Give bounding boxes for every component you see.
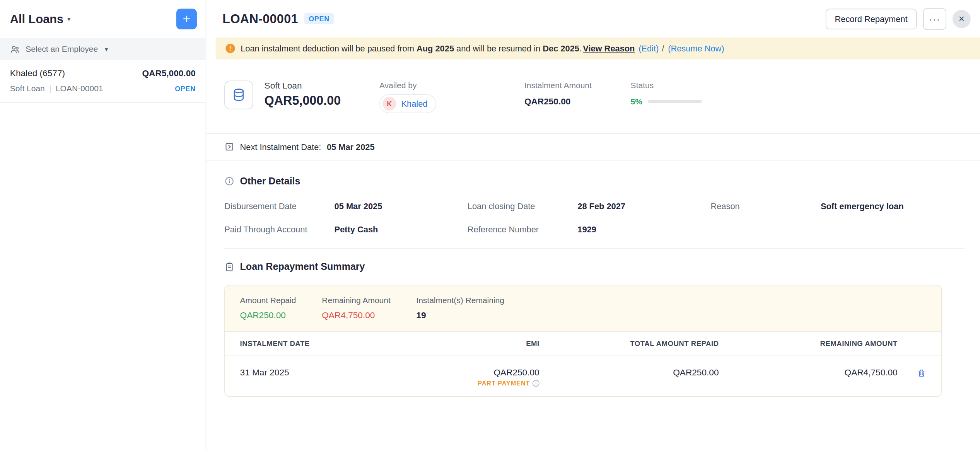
reference-number-label: Reference Number xyxy=(468,225,577,234)
col-total-amount-repaid: TOTAL AMOUNT REPAID xyxy=(540,340,719,347)
add-loan-button[interactable]: + xyxy=(176,9,197,29)
loan-type-column: Soft Loan QAR5,000.00 xyxy=(265,80,379,108)
record-repayment-button[interactable]: Record Repayment xyxy=(825,9,917,29)
row-total-repaid: QAR250.00 xyxy=(540,365,719,377)
availed-by-column: Availed by K Khaled xyxy=(379,80,524,113)
employee-name-link: Khaled xyxy=(401,99,428,108)
loan-item-employee: Khaled (6577) xyxy=(10,68,65,78)
loan-type-icon-box xyxy=(224,80,253,109)
sidebar-header: All Loans ▾ + xyxy=(0,0,206,38)
part-payment-tag: PART PAYMENT xyxy=(478,380,530,387)
employee-filter-label: Select an Employee xyxy=(26,44,98,54)
loan-detail-panel: LOAN-00001 OPEN Record Repayment ··· × !… xyxy=(206,0,980,450)
amount-repaid-label: Amount Repaid xyxy=(240,295,309,305)
notice-text-2: and will be resumed in xyxy=(456,44,540,53)
notice-period: . xyxy=(579,44,582,53)
col-remaining-amount: REMAINING AMOUNT xyxy=(719,340,897,347)
loan-overview: Soft Loan QAR5,000.00 Availed by K Khale… xyxy=(206,60,980,113)
info-icon xyxy=(224,176,234,186)
calendar-next-icon xyxy=(224,142,234,152)
app-window: All Loans ▾ + Select an Employee ▾ Khale… xyxy=(0,0,980,450)
loan-item-subtitle: Soft Loan | LOAN-00001 xyxy=(10,84,103,93)
clipboard-icon xyxy=(224,262,234,272)
row-instalment-date: 31 Mar 2025 xyxy=(240,365,378,377)
loan-item-id: LOAN-00001 xyxy=(56,84,103,93)
other-details-heading: Other Details xyxy=(240,176,300,187)
repayment-summary-section: Loan Repayment Summary Amount Repaid QAR… xyxy=(206,249,980,397)
disbursement-date-label: Disbursement Date xyxy=(224,202,334,211)
reason-value: Soft emergency loan xyxy=(821,202,904,211)
remaining-amount-value: QAR4,750.00 xyxy=(322,310,404,320)
amount-repaid-value: QAR250.00 xyxy=(240,310,309,320)
status-column: Status 5% xyxy=(631,80,964,106)
progress-bar xyxy=(648,100,702,103)
loan-list-item[interactable]: Khaled (6577) QAR5,000.00 Soft Loan | LO… xyxy=(0,60,206,103)
pause-notice-banner: ! Loan instalment deduction will be paus… xyxy=(216,38,980,60)
employee-chip[interactable]: K Khaled xyxy=(379,94,436,113)
loans-sidebar: All Loans ▾ + Select an Employee ▾ Khale… xyxy=(0,0,206,450)
close-button[interactable]: × xyxy=(953,10,971,28)
header-actions: Record Repayment ··· × xyxy=(825,8,970,30)
view-reason-link[interactable]: View Reason xyxy=(583,44,635,53)
repayment-card: Amount Repaid QAR250.00 Remaining Amount… xyxy=(224,285,942,397)
table-row: 31 Mar 2025 QAR250.00 PART PAYMENT i QAR… xyxy=(225,356,941,396)
delete-repayment-button[interactable] xyxy=(917,365,926,378)
page-title: LOAN-00001 xyxy=(222,12,298,26)
edit-pause-link[interactable]: (Edit) xyxy=(639,44,659,53)
chevron-down-icon: ▾ xyxy=(105,46,108,53)
loan-closing-date-label: Loan closing Date xyxy=(468,202,577,211)
status-label: Status xyxy=(631,80,964,90)
loan-item-type: Soft Loan xyxy=(10,84,45,93)
coins-icon xyxy=(231,87,246,102)
separator: | xyxy=(49,84,51,93)
repayment-table-header: INSTALMENT DATE EMI TOTAL AMOUNT REPAID … xyxy=(225,332,941,356)
col-instalment-date: INSTALMENT DATE xyxy=(240,340,378,347)
next-instalment-label: Next Instalment Date: xyxy=(240,142,321,152)
instalments-remaining-value: 19 xyxy=(416,310,504,320)
instalment-amount-label: Instalment Amount xyxy=(524,80,631,90)
status-percent: 5% xyxy=(631,97,642,106)
reason-label: Reason xyxy=(710,202,820,211)
other-details-grid: Disbursement Date 05 Mar 2025 Loan closi… xyxy=(224,202,964,234)
next-instalment-row: Next Instalment Date: 05 Mar 2025 xyxy=(206,134,980,160)
employees-icon xyxy=(10,44,20,54)
loan-amount: QAR5,000.00 xyxy=(265,94,379,108)
part-payment-info-icon[interactable]: i xyxy=(533,380,540,387)
instalments-remaining-label: Instalment(s) Remaining xyxy=(416,295,504,305)
notice-pause-month: Aug 2025 xyxy=(417,44,454,53)
col-emi: EMI xyxy=(377,340,540,347)
notice-resume-month: Dec 2025 xyxy=(543,44,579,53)
repayment-totals: Amount Repaid QAR250.00 Remaining Amount… xyxy=(225,286,941,332)
paid-through-label: Paid Through Account xyxy=(224,225,334,234)
availed-by-label: Availed by xyxy=(379,80,524,90)
status-badge: OPEN xyxy=(304,13,334,24)
loans-filter-label: All Loans xyxy=(10,12,63,26)
notice-text-1: Loan instalment deduction will be paused… xyxy=(241,44,414,53)
warning-icon: ! xyxy=(225,44,235,53)
employee-filter-dropdown[interactable]: Select an Employee ▾ xyxy=(0,38,206,60)
next-instalment-date: 05 Mar 2025 xyxy=(327,142,375,152)
avatar: K xyxy=(382,97,396,111)
repayment-summary-heading: Loan Repayment Summary xyxy=(240,261,365,273)
loan-item-status: OPEN xyxy=(175,85,196,92)
loans-filter-dropdown[interactable]: All Loans ▾ xyxy=(10,12,71,26)
more-options-button[interactable]: ··· xyxy=(923,8,946,30)
loan-item-amount: QAR5,000.00 xyxy=(142,68,195,78)
resume-now-link[interactable]: (Resume Now) xyxy=(668,44,724,53)
loan-type-label: Soft Loan xyxy=(265,80,379,90)
detail-header: LOAN-00001 OPEN Record Repayment ··· × xyxy=(206,0,980,38)
chevron-down-icon: ▾ xyxy=(67,15,71,23)
reference-number-value: 1929 xyxy=(577,225,596,234)
row-emi: QAR250.00 xyxy=(377,365,540,377)
instalment-amount-value: QAR250.00 xyxy=(524,96,631,106)
disbursement-date-value: 05 Mar 2025 xyxy=(335,202,382,211)
remaining-amount-label: Remaining Amount xyxy=(322,295,404,305)
instalment-amount-column: Instalment Amount QAR250.00 xyxy=(524,80,631,106)
row-remaining: QAR4,750.00 xyxy=(719,365,897,377)
separator: / xyxy=(662,44,664,53)
paid-through-value: Petty Cash xyxy=(335,225,378,234)
other-details-section: Other Details Disbursement Date 05 Mar 2… xyxy=(206,160,980,249)
loan-closing-date-value: 28 Feb 2027 xyxy=(577,202,625,211)
